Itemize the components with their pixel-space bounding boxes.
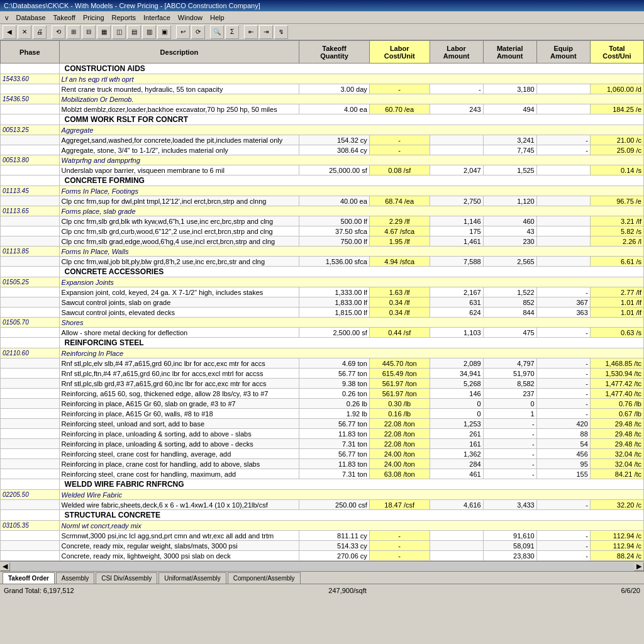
header-phase: Phase xyxy=(1,41,60,64)
table-row: Reinforcing, a615 60, sog, thickened edg… xyxy=(1,389,644,399)
toolbar-btn-12[interactable]: ↩ xyxy=(176,25,190,39)
title-bar: C:\Databases\CK\CK - With Models - Crew … xyxy=(0,0,644,11)
toolbar-btn-5[interactable]: ⊞ xyxy=(67,25,80,39)
toolbar-btn-nav2[interactable]: ⇥ xyxy=(259,25,273,39)
desc-cell: Clp cnc frm,wal,job blt,ply,blw grd,8'h,… xyxy=(59,257,299,267)
labor-cu-cell: 0.44 /sf xyxy=(369,328,430,338)
qty-cell: 270.06 cy xyxy=(299,551,370,561)
equip-cell: - xyxy=(536,379,590,389)
desc-cell: Rnf stl,plc,elv slb,#4 #7,a615,grd 60,in… xyxy=(59,358,299,369)
table-row: 15433.60 Lf an hs eqp rtl wth oprt xyxy=(1,74,644,84)
equip-cell xyxy=(536,196,590,206)
toolbar-btn-10[interactable]: ▥ xyxy=(142,25,156,39)
total-cell: 1.01 /lf xyxy=(590,308,643,318)
labor-amt-cell: 175 xyxy=(430,226,483,236)
tab-assembly[interactable]: Assembly xyxy=(56,572,94,584)
qty-cell: 56.77 ton xyxy=(299,449,370,459)
toolbar-btn-6[interactable]: ⊟ xyxy=(82,25,96,39)
phase-cell xyxy=(1,389,60,399)
equip-cell xyxy=(536,236,590,247)
toolbar-btn-13[interactable]: ⟳ xyxy=(191,25,205,39)
table-row: Sawcut control joints, slab on grade 1,8… xyxy=(1,297,644,308)
toolbar-btn-1[interactable]: ◀ xyxy=(3,25,16,39)
table-row: 02205.50 Welded Wire Fabric xyxy=(1,490,644,500)
tab-takeoff-order[interactable]: Takeoff Order xyxy=(3,572,55,584)
desc-cell: Clp cnc frm,slb grad,edge,wood,6'hg,4 us… xyxy=(59,236,299,247)
toolbar-btn-nav3[interactable]: ↯ xyxy=(274,25,288,39)
material-cell: 230 xyxy=(483,236,536,247)
material-cell: 3,180 xyxy=(483,84,536,94)
equip-cell: 363 xyxy=(536,308,590,318)
phase-cell: 01505.70 xyxy=(1,318,60,328)
material-cell: 43 xyxy=(483,226,536,236)
subcategory-label: Reinforcing In Place xyxy=(59,348,643,358)
toolbar-btn-8[interactable]: ◫ xyxy=(112,25,126,39)
menu-pricing[interactable]: Pricing xyxy=(79,13,108,23)
qty-cell: 308.64 cy xyxy=(299,145,370,155)
toolbar-btn-nav1[interactable]: ⇤ xyxy=(244,25,258,39)
labor-amt-cell: 34,941 xyxy=(430,369,483,379)
labor-cu-cell: 561.97 /ton xyxy=(369,379,430,389)
material-cell: 844 xyxy=(483,308,536,318)
toolbar-btn-2[interactable]: ✕ xyxy=(18,25,31,39)
table-row: Reinforcing steel, crane cost for handli… xyxy=(1,449,644,459)
table-row: COMM WORK RSLT FOR CONCRT xyxy=(1,114,644,125)
subcategory-label: Mobilization Or Demob. xyxy=(59,94,643,104)
total-cell: 84.21 /tc xyxy=(590,469,643,479)
total-cell: 0.67 /lb xyxy=(590,409,643,419)
horizontal-scrollbar[interactable]: ◀ ▶ xyxy=(0,561,644,571)
table-row: CONSTRUCTION AIDS xyxy=(1,64,644,74)
table-row: Clp cnc frm,slb grd,blk wth kyw,wd,6"h,1… xyxy=(1,216,644,226)
tab-uniformat[interactable]: Uniformat/Assembly xyxy=(158,572,226,584)
total-cell: 25.09 /c xyxy=(590,145,643,155)
labor-amt-cell: 284 xyxy=(430,459,483,469)
material-cell: - xyxy=(483,429,536,439)
table-row: Reinforcing in place, A615 Gr 60, walls,… xyxy=(1,409,644,419)
labor-amt-cell: 1,461 xyxy=(430,236,483,247)
desc-cell: Clp cnc frm,sup for dwl,plnt tmpl,12'12'… xyxy=(59,196,299,206)
menu-window[interactable]: Window xyxy=(174,13,206,23)
labor-amt-cell: 0 xyxy=(430,409,483,419)
menu-reports[interactable]: Reports xyxy=(108,13,140,23)
labor-amt-cell: - xyxy=(430,84,483,94)
qty-cell: 11.83 ton xyxy=(299,459,370,469)
scroll-right-btn[interactable]: ▶ xyxy=(634,562,644,571)
total-cell: 6.61 /s xyxy=(590,257,643,267)
table-row: Reinforcing in place, A615 Gr 60, slab o… xyxy=(1,399,644,409)
material-cell: 1,522 xyxy=(483,287,536,297)
toolbar-btn-4[interactable]: ⟲ xyxy=(52,25,65,39)
toolbar-btn-9[interactable]: ▤ xyxy=(127,25,141,39)
phase-cell: 01113.85 xyxy=(1,247,60,257)
phase-cell xyxy=(1,175,60,186)
menu-database[interactable]: Database xyxy=(13,13,50,23)
scroll-left-btn[interactable]: ◀ xyxy=(0,562,10,571)
menu-interface[interactable]: Interface xyxy=(140,13,174,23)
total-cell: 5.82 /s xyxy=(590,226,643,236)
total-cell: 1,468.85 /tc xyxy=(590,358,643,369)
toolbar-btn-search[interactable]: 🔍 xyxy=(210,25,224,39)
tab-component[interactable]: Component/Assembly xyxy=(228,572,301,584)
phase-cell xyxy=(1,469,60,479)
menu-v[interactable]: v xyxy=(1,13,13,23)
labor-amt-cell: 2,750 xyxy=(430,196,483,206)
menu-takeoff[interactable]: Takeoff xyxy=(50,13,79,23)
material-cell: 460 xyxy=(483,216,536,226)
labor-amt-cell: 1,362 xyxy=(430,449,483,459)
toolbar-btn-7[interactable]: ▦ xyxy=(97,25,111,39)
toolbar-btn-sigma[interactable]: Σ xyxy=(225,25,239,39)
tab-csi[interactable]: CSI Div/Assembly xyxy=(96,572,157,584)
table-row: WELDD WIRE FABRIC RNFRCNG xyxy=(1,479,644,490)
qty-cell: 0.26 lb xyxy=(299,399,370,409)
menu-help[interactable]: Help xyxy=(206,13,228,23)
header-equip: EquipAmount xyxy=(536,41,590,64)
header-labor-cu: LaborCost/Unit xyxy=(369,41,430,64)
labor-cu-cell: 615.49 /ton xyxy=(369,369,430,379)
desc-cell: Reinforcing in place, crane cost for han… xyxy=(59,459,299,469)
toolbar-btn-11[interactable]: ▣ xyxy=(157,25,171,39)
labor-amt-cell xyxy=(430,135,483,145)
total-cell: 2.26 /l xyxy=(590,236,643,247)
desc-cell: Scrmnwt,3000 psi,inc lcl agg,snd,prt cmn… xyxy=(59,531,299,541)
toolbar-btn-3[interactable]: 🖨 xyxy=(33,25,47,39)
category-label: STRUCTURAL CONCRETE xyxy=(59,510,643,521)
qty-cell: 1.92 lb xyxy=(299,409,370,419)
